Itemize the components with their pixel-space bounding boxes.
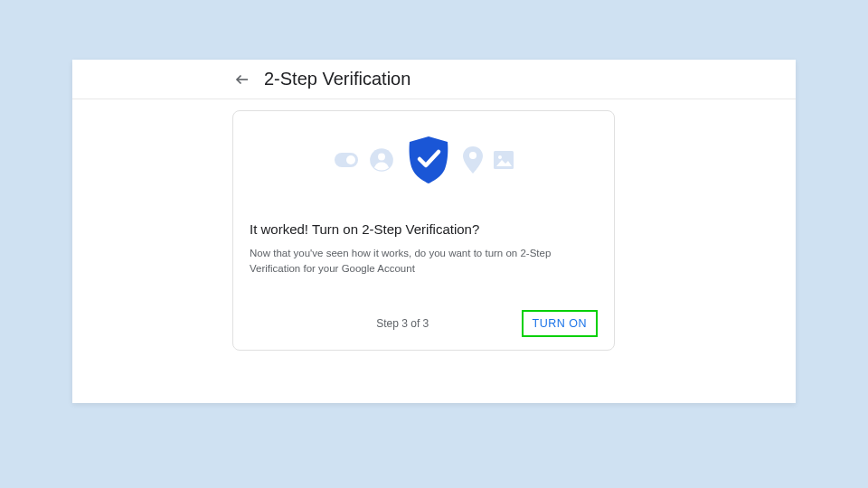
svg-point-2 xyxy=(346,155,355,164)
svg-point-5 xyxy=(469,152,476,159)
image-icon xyxy=(494,151,514,169)
settings-panel: 2-Step Verification xyxy=(72,60,796,403)
header: 2-Step Verification xyxy=(72,60,796,99)
toggle-icon xyxy=(335,153,358,167)
icon-row xyxy=(250,135,598,185)
card-footer: Step 3 of 3 TURN ON xyxy=(250,310,598,337)
back-arrow-icon[interactable] xyxy=(233,70,251,89)
step-indicator: Step 3 of 3 xyxy=(250,317,522,330)
card-body: Now that you've seen how it works, do yo… xyxy=(250,246,584,276)
turn-on-button[interactable]: TURN ON xyxy=(522,310,598,337)
card-heading: It worked! Turn on 2-Step Verification? xyxy=(250,221,598,237)
page-title: 2-Step Verification xyxy=(264,69,410,89)
person-icon xyxy=(369,147,394,173)
verification-card: It worked! Turn on 2-Step Verification? … xyxy=(232,110,615,351)
shield-check-icon xyxy=(405,135,452,185)
svg-point-4 xyxy=(378,154,385,161)
svg-point-7 xyxy=(498,155,502,159)
location-pin-icon xyxy=(463,146,483,174)
